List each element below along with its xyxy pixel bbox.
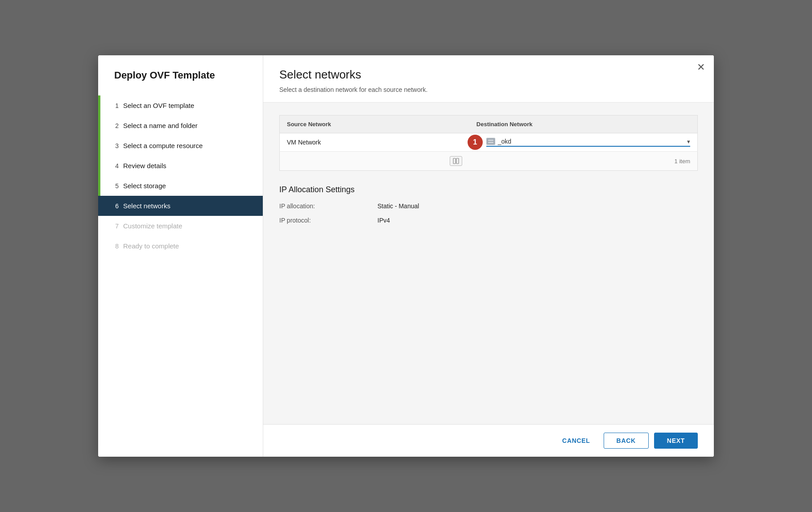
- step-label-5: Select storage: [123, 182, 166, 190]
- step-label-7: Customize template: [123, 222, 182, 230]
- step-num-7: 7: [111, 223, 119, 230]
- svg-rect-1: [488, 140, 493, 141]
- step-label-2: Select a name and folder: [123, 122, 198, 129]
- destination-cell[interactable]: 1 _okd: [476, 138, 690, 147]
- svg-rect-4: [456, 158, 459, 164]
- dropdown-arrow-icon: ▾: [687, 138, 690, 145]
- deploy-ovf-dialog: Deploy OVF Template 1Select an OVF templ…: [98, 55, 714, 457]
- col-source-header: Source Network: [280, 116, 469, 133]
- step-indicator-7: [98, 216, 100, 236]
- ip-section-title: IP Allocation Settings: [279, 185, 698, 194]
- sidebar-step-4[interactable]: 4Review details: [98, 156, 263, 176]
- cancel-button[interactable]: CANCEL: [554, 433, 598, 448]
- step-label-1: Select an OVF template: [123, 102, 194, 109]
- back-button[interactable]: BACK: [604, 433, 649, 449]
- dialog-title: Deploy OVF Template: [98, 70, 263, 95]
- source-network-value: VM Network: [287, 139, 321, 146]
- table-footer-row: 1 item: [280, 152, 698, 171]
- step-label-4: Review details: [123, 162, 166, 169]
- badge-circle: 1: [468, 135, 483, 150]
- step-indicator-6: [98, 196, 100, 216]
- destination-network-cell[interactable]: 1 _okd: [469, 133, 698, 152]
- steps-list: 1Select an OVF template2Select a name an…: [98, 95, 263, 256]
- step-num-1: 1: [111, 102, 119, 109]
- step-label-6: Select networks: [123, 202, 170, 210]
- col-destination-header: Destination Network: [469, 116, 698, 133]
- sidebar-step-1[interactable]: 1Select an OVF template: [98, 95, 263, 116]
- network-icon: [486, 138, 495, 145]
- svg-rect-3: [453, 158, 456, 164]
- main-header: Select networks Select a destination net…: [263, 55, 714, 103]
- step-num-8: 8: [111, 243, 119, 250]
- sidebar: Deploy OVF Template 1Select an OVF templ…: [98, 55, 263, 457]
- sidebar-step-3[interactable]: 3Select a compute resource: [98, 136, 263, 156]
- step-num-6: 6: [111, 202, 119, 210]
- step-num-5: 5: [111, 182, 119, 190]
- table-item-count: 1 item: [469, 152, 698, 171]
- close-button[interactable]: ✕: [697, 62, 705, 72]
- sidebar-step-5[interactable]: 5Select storage: [98, 176, 263, 196]
- step-indicator-1: [98, 95, 100, 116]
- step-num-4: 4: [111, 162, 119, 169]
- ip-allocation-value: Static - Manual: [377, 202, 419, 210]
- sidebar-step-2[interactable]: 2Select a name and folder: [98, 116, 263, 136]
- ip-protocol-value: IPv4: [377, 217, 390, 224]
- page-subtitle: Select a destination network for each so…: [279, 86, 698, 93]
- step-num-3: 3: [111, 142, 119, 149]
- columns-icon[interactable]: [450, 156, 462, 166]
- dialog-footer: CANCEL BACK NEXT: [263, 424, 714, 457]
- ip-allocation-row: IP allocation: Static - Manual: [279, 202, 698, 210]
- step-label-3: Select a compute resource: [123, 142, 203, 149]
- destination-text-value: _okd: [498, 138, 684, 145]
- network-table: Source Network Destination Network VM Ne…: [279, 115, 698, 171]
- svg-rect-2: [488, 142, 493, 143]
- destination-select[interactable]: _okd ▾: [486, 138, 690, 147]
- svg-rect-0: [487, 139, 494, 144]
- ip-protocol-row: IP protocol: IPv4: [279, 217, 698, 224]
- step-indicator-3: [98, 136, 100, 156]
- step-indicator-2: [98, 116, 100, 136]
- source-network-cell: VM Network: [280, 133, 469, 152]
- sidebar-step-7: 7Customize template: [98, 216, 263, 236]
- page-title: Select networks: [279, 68, 698, 82]
- step-indicator-5: [98, 176, 100, 196]
- step-indicator-8: [98, 236, 100, 256]
- next-button[interactable]: NEXT: [654, 433, 698, 449]
- main-body: Source Network Destination Network VM Ne…: [263, 103, 714, 424]
- table-row: VM Network 1: [280, 133, 698, 152]
- step-indicator-4: [98, 156, 100, 176]
- ip-allocation-label: IP allocation:: [279, 202, 377, 210]
- step-label-8: Ready to complete: [123, 242, 179, 250]
- main-content: ✕ Select networks Select a destination n…: [263, 55, 714, 457]
- step-num-2: 2: [111, 122, 119, 129]
- sidebar-step-6[interactable]: 6Select networks: [98, 196, 263, 216]
- sidebar-step-8: 8Ready to complete: [98, 236, 263, 256]
- ip-protocol-label: IP protocol:: [279, 217, 377, 224]
